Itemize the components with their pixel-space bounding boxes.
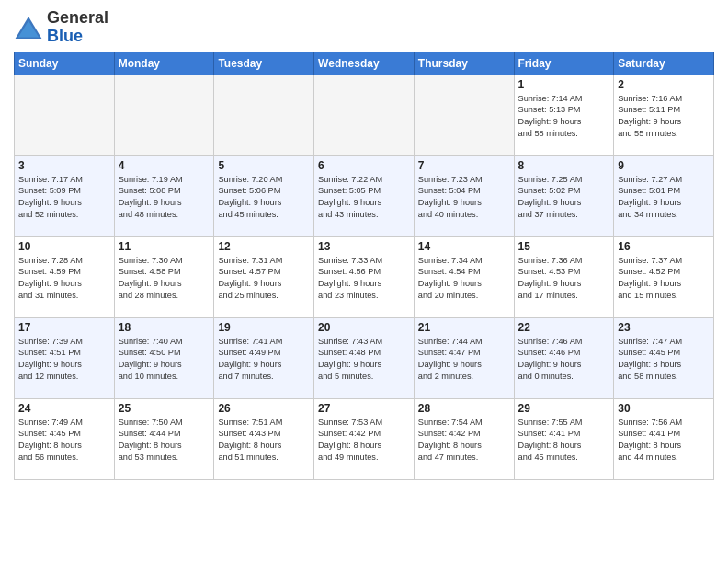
calendar-cell xyxy=(15,75,115,155)
day-info: Sunrise: 7:37 AMSunset: 4:52 PMDaylight:… xyxy=(618,255,710,303)
day-info: Sunrise: 7:41 AMSunset: 4:49 PMDaylight:… xyxy=(218,336,310,384)
weekday-header-saturday: Saturday xyxy=(614,52,714,75)
calendar-cell: 4Sunrise: 7:19 AMSunset: 5:08 PMDaylight… xyxy=(114,155,214,236)
day-number: 18 xyxy=(119,321,210,334)
day-info: Sunrise: 7:27 AMSunset: 5:01 PMDaylight:… xyxy=(618,174,710,222)
weekday-header-sunday: Sunday xyxy=(15,52,115,75)
day-number: 26 xyxy=(218,402,310,415)
calendar-cell: 14Sunrise: 7:34 AMSunset: 4:54 PMDayligh… xyxy=(414,236,514,317)
day-number: 9 xyxy=(618,159,710,172)
calendar-cell xyxy=(414,75,514,155)
calendar-cell: 5Sunrise: 7:20 AMSunset: 5:06 PMDaylight… xyxy=(214,155,314,236)
calendar-week-5: 24Sunrise: 7:49 AMSunset: 4:45 PMDayligh… xyxy=(15,398,714,479)
day-info: Sunrise: 7:33 AMSunset: 4:56 PMDaylight:… xyxy=(318,255,410,303)
calendar-cell: 23Sunrise: 7:47 AMSunset: 4:45 PMDayligh… xyxy=(614,317,714,398)
day-info: Sunrise: 7:56 AMSunset: 4:41 PMDaylight:… xyxy=(618,417,710,465)
calendar-cell: 8Sunrise: 7:25 AMSunset: 5:02 PMDaylight… xyxy=(514,155,614,236)
day-number: 5 xyxy=(218,159,310,172)
calendar-cell: 3Sunrise: 7:17 AMSunset: 5:09 PMDaylight… xyxy=(15,155,115,236)
day-number: 15 xyxy=(518,240,610,253)
calendar-cell: 24Sunrise: 7:49 AMSunset: 4:45 PMDayligh… xyxy=(15,398,115,479)
day-info: Sunrise: 7:17 AMSunset: 5:09 PMDaylight:… xyxy=(18,174,110,222)
logo: General Blue xyxy=(14,9,108,46)
day-info: Sunrise: 7:22 AMSunset: 5:05 PMDaylight:… xyxy=(318,174,410,222)
day-number: 30 xyxy=(618,402,710,415)
day-number: 10 xyxy=(18,240,110,253)
day-number: 13 xyxy=(318,240,410,253)
day-info: Sunrise: 7:34 AMSunset: 4:54 PMDaylight:… xyxy=(418,255,510,303)
weekday-header-tuesday: Tuesday xyxy=(214,52,314,75)
calendar-cell: 16Sunrise: 7:37 AMSunset: 4:52 PMDayligh… xyxy=(614,236,714,317)
day-number: 16 xyxy=(618,240,710,253)
day-info: Sunrise: 7:20 AMSunset: 5:06 PMDaylight:… xyxy=(218,174,310,222)
header: General Blue xyxy=(14,9,714,46)
calendar-week-1: 1Sunrise: 7:14 AMSunset: 5:13 PMDaylight… xyxy=(15,75,714,155)
day-number: 11 xyxy=(119,240,210,253)
calendar-cell: 11Sunrise: 7:30 AMSunset: 4:58 PMDayligh… xyxy=(114,236,214,317)
day-info: Sunrise: 7:31 AMSunset: 4:57 PMDaylight:… xyxy=(218,255,310,303)
day-info: Sunrise: 7:51 AMSunset: 4:43 PMDaylight:… xyxy=(218,417,310,465)
day-info: Sunrise: 7:23 AMSunset: 5:04 PMDaylight:… xyxy=(418,174,510,222)
day-number: 27 xyxy=(318,402,410,415)
day-number: 2 xyxy=(618,78,710,91)
day-info: Sunrise: 7:46 AMSunset: 4:46 PMDaylight:… xyxy=(518,336,610,384)
day-info: Sunrise: 7:40 AMSunset: 4:50 PMDaylight:… xyxy=(119,336,210,384)
calendar-cell: 15Sunrise: 7:36 AMSunset: 4:53 PMDayligh… xyxy=(514,236,614,317)
logo-text: General Blue xyxy=(47,9,108,46)
calendar-week-4: 17Sunrise: 7:39 AMSunset: 4:51 PMDayligh… xyxy=(15,317,714,398)
day-number: 22 xyxy=(518,321,610,334)
logo-icon xyxy=(14,15,43,40)
day-info: Sunrise: 7:14 AMSunset: 5:13 PMDaylight:… xyxy=(518,93,610,141)
day-number: 14 xyxy=(418,240,510,253)
calendar-cell: 6Sunrise: 7:22 AMSunset: 5:05 PMDaylight… xyxy=(314,155,415,236)
weekday-header-thursday: Thursday xyxy=(414,52,514,75)
calendar-cell: 30Sunrise: 7:56 AMSunset: 4:41 PMDayligh… xyxy=(614,398,714,479)
calendar-cell: 28Sunrise: 7:54 AMSunset: 4:42 PMDayligh… xyxy=(414,398,514,479)
weekday-header-monday: Monday xyxy=(114,52,214,75)
day-info: Sunrise: 7:43 AMSunset: 4:48 PMDaylight:… xyxy=(318,336,410,384)
calendar-week-2: 3Sunrise: 7:17 AMSunset: 5:09 PMDaylight… xyxy=(15,155,714,236)
day-number: 4 xyxy=(119,159,210,172)
day-info: Sunrise: 7:19 AMSunset: 5:08 PMDaylight:… xyxy=(119,174,210,222)
day-number: 3 xyxy=(18,159,110,172)
day-number: 12 xyxy=(218,240,310,253)
weekday-header-friday: Friday xyxy=(514,52,614,75)
logo-general: General xyxy=(47,8,108,27)
calendar-cell: 17Sunrise: 7:39 AMSunset: 4:51 PMDayligh… xyxy=(15,317,115,398)
day-info: Sunrise: 7:55 AMSunset: 4:41 PMDaylight:… xyxy=(518,417,610,465)
calendar: SundayMondayTuesdayWednesdayThursdayFrid… xyxy=(14,52,714,480)
day-number: 21 xyxy=(418,321,510,334)
calendar-cell: 10Sunrise: 7:28 AMSunset: 4:59 PMDayligh… xyxy=(15,236,115,317)
calendar-cell: 27Sunrise: 7:53 AMSunset: 4:42 PMDayligh… xyxy=(314,398,415,479)
day-number: 1 xyxy=(518,78,610,91)
day-number: 28 xyxy=(418,402,510,415)
day-number: 7 xyxy=(418,159,510,172)
day-number: 25 xyxy=(119,402,210,415)
calendar-cell xyxy=(114,75,214,155)
calendar-cell: 2Sunrise: 7:16 AMSunset: 5:11 PMDaylight… xyxy=(614,75,714,155)
calendar-cell: 20Sunrise: 7:43 AMSunset: 4:48 PMDayligh… xyxy=(314,317,415,398)
day-number: 19 xyxy=(218,321,310,334)
day-number: 24 xyxy=(18,402,110,415)
calendar-cell xyxy=(214,75,314,155)
calendar-cell: 9Sunrise: 7:27 AMSunset: 5:01 PMDaylight… xyxy=(614,155,714,236)
day-info: Sunrise: 7:16 AMSunset: 5:11 PMDaylight:… xyxy=(618,93,710,141)
day-number: 23 xyxy=(618,321,710,334)
calendar-cell: 19Sunrise: 7:41 AMSunset: 4:49 PMDayligh… xyxy=(214,317,314,398)
calendar-cell: 18Sunrise: 7:40 AMSunset: 4:50 PMDayligh… xyxy=(114,317,214,398)
calendar-cell: 25Sunrise: 7:50 AMSunset: 4:44 PMDayligh… xyxy=(114,398,214,479)
day-number: 29 xyxy=(518,402,610,415)
day-info: Sunrise: 7:25 AMSunset: 5:02 PMDaylight:… xyxy=(518,174,610,222)
day-number: 6 xyxy=(318,159,410,172)
day-info: Sunrise: 7:54 AMSunset: 4:42 PMDaylight:… xyxy=(418,417,510,465)
calendar-cell: 13Sunrise: 7:33 AMSunset: 4:56 PMDayligh… xyxy=(314,236,415,317)
day-info: Sunrise: 7:53 AMSunset: 4:42 PMDaylight:… xyxy=(318,417,410,465)
calendar-cell: 29Sunrise: 7:55 AMSunset: 4:41 PMDayligh… xyxy=(514,398,614,479)
day-number: 20 xyxy=(318,321,410,334)
calendar-cell xyxy=(314,75,415,155)
weekday-header-wednesday: Wednesday xyxy=(314,52,415,75)
calendar-cell: 21Sunrise: 7:44 AMSunset: 4:47 PMDayligh… xyxy=(414,317,514,398)
calendar-week-3: 10Sunrise: 7:28 AMSunset: 4:59 PMDayligh… xyxy=(15,236,714,317)
day-info: Sunrise: 7:44 AMSunset: 4:47 PMDaylight:… xyxy=(418,336,510,384)
calendar-cell: 12Sunrise: 7:31 AMSunset: 4:57 PMDayligh… xyxy=(214,236,314,317)
